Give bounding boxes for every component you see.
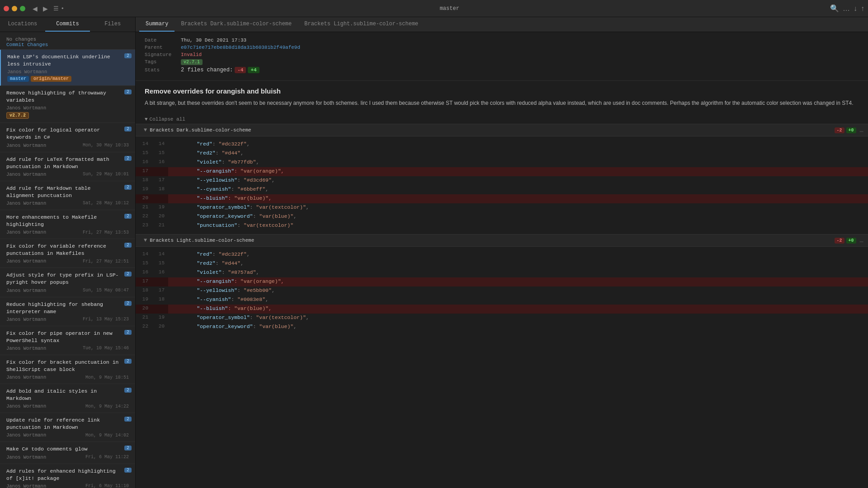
stats-files-text: 2 files changed: — [181, 67, 233, 73]
old-line-num: 18 — [136, 176, 152, 185]
commit-item[interactable]: Add rule for Markdown table alignment pu… — [0, 181, 135, 210]
diff-menu-light[interactable]: … — [860, 237, 863, 244]
download-button[interactable]: ↓ — [854, 5, 857, 13]
line-content: "violet": "#b77fdb", — [168, 158, 868, 167]
nav-forward-button[interactable]: ▶ — [41, 4, 50, 13]
commit-author: Janos Wortmann — [6, 346, 46, 351]
commit-author: Janos Wortmann — [6, 172, 46, 177]
search-button[interactable]: 🔍 — [830, 4, 839, 13]
commit-changes-link[interactable]: Commit Changes — [6, 42, 129, 47]
commit-item[interactable]: Add bold and italic styles in Markdown J… — [0, 384, 135, 413]
commit-num: 2 — [124, 214, 132, 219]
commit-item[interactable]: Fix color for bracket punctuation in She… — [0, 355, 135, 384]
tab-dark-scheme[interactable]: Brackets Dark.sublime-color-scheme — [175, 17, 298, 32]
diff-menu-dark[interactable]: … — [860, 127, 863, 134]
old-line-num: 14 — [136, 140, 152, 149]
commit-title: Add rules for enhanced highlighting of [… — [6, 468, 129, 482]
diff-line: 1918 "--cyanish": "#6bbeff", — [136, 185, 868, 194]
commit-metadata: Date Thu, 30 Dec 2021 17:33 Parent e07c7… — [136, 32, 868, 81]
tab-files[interactable]: Files — [90, 17, 135, 32]
no-changes-title: No changes — [6, 37, 129, 42]
diff-spacer-light — [136, 247, 868, 250]
commit-title: Adjust style for type prefix in LSP-pyri… — [6, 272, 129, 286]
commit-item[interactable]: Make LSP's documentLink underline less i… — [0, 50, 135, 86]
commit-title: Add rule for Markdown table alignment pu… — [6, 185, 129, 199]
new-line-num: 18 — [152, 296, 168, 305]
line-content: "--orangish": "var(orange)", — [168, 277, 868, 286]
commit-author: Janos Wortmann — [7, 69, 47, 75]
diff-line: 1817 "--yellowish": "#e5bb00", — [136, 286, 868, 296]
diff-line: 17 "--orangish": "var(orange)", — [136, 277, 868, 286]
commit-badges: v2.7.2 — [6, 112, 129, 119]
commit-item[interactable]: Add rules for enhanced highlighting of [… — [0, 464, 135, 488]
stats-added: +4 — [248, 67, 259, 73]
new-line-num: 20 — [152, 212, 168, 221]
line-content: "red": "#dc322f", — [168, 250, 868, 259]
diff-line: 1414 "red": "#dc322f", — [136, 140, 868, 149]
commit-title: More enhancements to Makefile highlighti… — [6, 214, 129, 228]
diff-lines-light: 1414 "red": "#dc322f", 1515 "red2": "#d4… — [136, 250, 868, 332]
old-line-num: 21 — [136, 314, 152, 323]
commit-item[interactable]: Add rule for LaTeX formatted math punctu… — [0, 152, 135, 181]
commit-num: 2 — [124, 89, 132, 94]
minimize-button[interactable] — [12, 6, 17, 11]
diff-lines-dark: 1414 "red": "#dc322f", 1515 "red2": "#d4… — [136, 140, 868, 230]
commit-item[interactable]: Adjust style for type prefix in LSP-pyri… — [0, 268, 135, 297]
line-content: "red": "#dc322f", — [168, 140, 868, 149]
tab-commits[interactable]: Commits — [45, 17, 90, 32]
tab-summary[interactable]: Summary — [139, 17, 175, 32]
meta-parent-row: Parent e07c71ee717ebe8b8d18da31b60381b2f… — [145, 45, 859, 50]
diff-header-dark[interactable]: ▼ Brackets Dark.sublime-color-scheme -2 … — [136, 124, 868, 136]
line-nums: 1414 — [136, 140, 168, 149]
new-line-num — [152, 194, 168, 203]
maximize-button[interactable] — [20, 6, 25, 11]
commit-item[interactable]: Reduce highlighting for shebang interpre… — [0, 297, 135, 326]
line-content: "--orangish": "var(orange)", — [168, 167, 868, 176]
line-nums: 1616 — [136, 158, 168, 167]
commit-num: 2 — [124, 446, 132, 450]
old-line-num: 15 — [136, 149, 152, 158]
signature-value: Invalid — [181, 52, 202, 57]
commit-num: 2 — [124, 330, 132, 335]
commit-num: 2 — [124, 301, 132, 306]
diff-filename-dark: Brackets Dark.sublime-color-scheme — [150, 127, 834, 133]
upload-button[interactable]: ↑ — [861, 5, 864, 13]
commit-author: Janos Wortmann — [6, 288, 46, 293]
diff-line: 1918 "--cyanish": "#0083e8", — [136, 296, 868, 305]
content-tabs: Summary Brackets Dark.sublime-color-sche… — [136, 17, 868, 32]
no-changes-section: No changes Commit Changes — [0, 32, 135, 50]
toolbar-button-1[interactable]: ☰ — [53, 5, 59, 12]
commit-item[interactable]: Fix color for pipe operator in new Power… — [0, 326, 135, 355]
nav-back-button[interactable]: ◀ — [31, 4, 39, 13]
sidebar: Locations Commits Files No changes Commi… — [0, 17, 136, 488]
commit-item[interactable]: Fix color for logical operator keywords … — [0, 123, 135, 152]
commit-title: Make C# todo comments glow — [6, 446, 129, 453]
commit-message-body: A bit strange, but these overrides don't… — [136, 99, 868, 115]
commit-item[interactable]: More enhancements to Makefile highlighti… — [0, 210, 135, 239]
parent-value[interactable]: e07c71ee717ebe8b8d18da31b60381b2f49afe9d — [181, 45, 300, 50]
new-line-num: 16 — [152, 268, 168, 277]
commit-list: Make LSP's documentLink underline less i… — [0, 50, 135, 488]
commit-item[interactable]: Fix color for variable reference punctua… — [0, 239, 135, 268]
more-button[interactable]: … — [843, 5, 850, 13]
new-line-num: 15 — [152, 259, 168, 268]
commit-author: Janos Wortmann — [6, 432, 46, 438]
tab-locations[interactable]: Locations — [0, 17, 45, 32]
close-button[interactable] — [4, 6, 9, 11]
commit-author: Janos Wortmann — [6, 143, 46, 148]
toolbar-button-2[interactable]: • — [61, 5, 64, 12]
parent-label: Parent — [145, 45, 181, 50]
commit-item[interactable]: Update rule for reference link punctuati… — [0, 413, 135, 442]
diff-line: 2321 "punctuation": "var(textcolor)" — [136, 221, 868, 230]
commit-num: 2 — [124, 359, 132, 364]
line-nums: 1817 — [136, 176, 168, 185]
commit-item[interactable]: Make C# todo comments glow Janos Wortman… — [0, 442, 135, 464]
tab-light-scheme[interactable]: Brackets Light.sublime-color-scheme — [298, 17, 425, 32]
commit-num: 2 — [124, 156, 132, 161]
commit-title: Remove highlighting of throwaway variabl… — [6, 89, 129, 104]
collapse-all-button[interactable]: ▼ Collapse all — [136, 115, 868, 124]
diff-header-light[interactable]: ▼ Brackets Light.sublime-color-scheme -2… — [136, 234, 868, 247]
commit-item[interactable]: Remove highlighting of throwaway variabl… — [0, 86, 135, 123]
stats-label: Stats — [145, 67, 181, 73]
old-line-num: 17 — [136, 277, 152, 286]
